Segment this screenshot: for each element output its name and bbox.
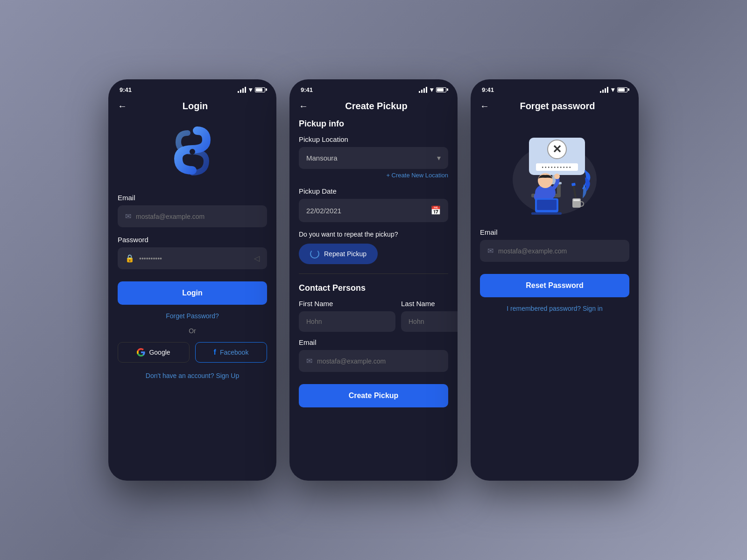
signal-icon: [419, 87, 427, 93]
signup-link[interactable]: Sign Up: [216, 372, 239, 379]
illustration: ✕ ••••••••••: [480, 124, 629, 217]
pickup-info-title: Pickup info: [299, 119, 448, 129]
signup-row: Don't have an account? Sign Up: [118, 372, 267, 379]
or-divider: Or: [118, 327, 267, 335]
fp-email-wrapper: ✉: [480, 240, 629, 262]
login-content: Email ✉ Password 🔒 ◁ Login Forget Passwo…: [108, 119, 276, 481]
status-bar: 9:41 ▾: [289, 79, 458, 97]
lock-icon: 🔒: [125, 254, 134, 263]
pickup-date-group: Pickup Date 22/02/2021 📅: [299, 187, 448, 222]
back-button[interactable]: ←: [118, 101, 127, 112]
header: ← Forget password: [471, 97, 639, 119]
status-icons: ▾: [419, 86, 446, 93]
google-button[interactable]: Google: [118, 342, 190, 363]
contact-email-label: Email: [299, 338, 448, 346]
logo-container: [118, 124, 267, 180]
remembered-text: I remembered password?: [507, 305, 581, 312]
facebook-button[interactable]: f Facebook: [195, 342, 267, 363]
facebook-label: Facebook: [220, 349, 248, 356]
first-name-label: First Name: [299, 300, 395, 308]
signin-row: I remembered password? Sign in: [480, 305, 629, 312]
time: 9:41: [120, 86, 132, 93]
email-label: Email: [118, 194, 267, 202]
create-location-link[interactable]: + Create New Location: [299, 172, 448, 179]
status-bar: 9:41 ▾: [108, 79, 276, 97]
last-name-group: Last Name: [401, 300, 458, 332]
signin-link[interactable]: Sign in: [583, 305, 603, 312]
svg-rect-16: [531, 212, 562, 215]
email-icon: ✉: [306, 357, 312, 365]
last-name-input-wrapper: [401, 311, 458, 332]
time: 9:41: [301, 86, 313, 93]
pickup-location-group: Pickup Location Mansoura ▾ + Create New …: [299, 135, 448, 179]
create-pickup-screen: 9:41 ▾ ← Create Pickup Pickup info Picku…: [289, 79, 458, 481]
pickup-content: Pickup info Pickup Location Mansoura ▾ +…: [289, 119, 458, 481]
svg-rect-20: [573, 199, 580, 201]
fp-email-input[interactable]: [498, 247, 622, 255]
google-label: Google: [149, 349, 170, 356]
email-input-wrapper: ✉: [118, 205, 267, 227]
calendar-icon: 📅: [430, 205, 441, 216]
forgot-password-link[interactable]: Forget Password?: [118, 312, 267, 320]
forget-password-illustration: ✕ ••••••••••: [503, 124, 606, 217]
login-screen: 9:41 ▾ ← Login: [108, 79, 276, 481]
first-name-input-wrapper: [299, 311, 395, 332]
back-button[interactable]: ←: [480, 101, 489, 112]
header: ← Login: [108, 97, 276, 119]
time: 9:41: [482, 86, 494, 93]
fp-email-group: Email ✉: [480, 228, 629, 262]
wifi-icon: ▾: [249, 86, 252, 93]
login-button[interactable]: Login: [118, 281, 267, 305]
pickup-location-value: Mansoura: [306, 154, 432, 162]
section-divider: [299, 273, 448, 274]
password-label: Password: [118, 236, 267, 244]
repeat-label: Repeat Pickup: [324, 250, 366, 258]
facebook-icon: f: [214, 348, 216, 357]
last-name-label: Last Name: [401, 300, 458, 308]
last-name-input[interactable]: [409, 318, 458, 325]
password-input-wrapper: 🔒 ◁: [118, 247, 267, 269]
back-button[interactable]: ←: [299, 101, 308, 112]
password-group: Password 🔒 ◁: [118, 236, 267, 269]
fp-email-label: Email: [480, 228, 629, 236]
wifi-icon: ▾: [611, 86, 614, 93]
reset-password-button[interactable]: Reset Password: [480, 274, 629, 297]
repeat-pickup-button[interactable]: Repeat Pickup: [299, 244, 378, 264]
eye-icon[interactable]: ◁: [254, 254, 260, 263]
forget-password-screen: 9:41 ▾ ← Forget password: [471, 79, 639, 481]
svg-point-13: [554, 174, 560, 179]
contact-email-input[interactable]: [317, 357, 441, 365]
pickup-date-value: 22/02/2021: [306, 207, 430, 215]
svg-rect-15: [537, 200, 557, 210]
app-logo: [169, 124, 216, 180]
email-input[interactable]: [136, 213, 260, 220]
repeat-icon: [310, 249, 319, 259]
social-buttons: Google f Facebook: [118, 342, 267, 363]
email-group: Email ✉: [118, 194, 267, 227]
contact-email-wrapper: ✉: [299, 350, 448, 372]
create-pickup-button[interactable]: Create Pickup: [299, 384, 448, 407]
forget-password-content: ✕ ••••••••••: [471, 119, 639, 481]
screen-title: Forget password: [495, 101, 620, 112]
pickup-location-select[interactable]: Mansoura ▾: [299, 147, 448, 169]
google-icon: [137, 348, 145, 357]
header: ← Create Pickup: [289, 97, 458, 119]
screen-title: Create Pickup: [314, 101, 439, 112]
contact-persons-title: Contact Persons: [299, 283, 448, 293]
pickup-date-input[interactable]: 22/02/2021 📅: [299, 199, 448, 222]
contact-email-group: Email ✉: [299, 338, 448, 372]
status-icons: ▾: [600, 86, 627, 93]
svg-text:••••••••••: ••••••••••: [542, 165, 572, 170]
battery-icon: [436, 87, 446, 92]
signal-icon: [600, 87, 608, 93]
signal-icon: [238, 87, 246, 93]
pickup-location-label: Pickup Location: [299, 135, 448, 143]
password-input[interactable]: [139, 255, 249, 262]
chevron-down-icon: ▾: [437, 154, 441, 162]
first-name-input[interactable]: [306, 318, 388, 325]
pickup-date-label: Pickup Date: [299, 187, 448, 195]
svg-text:✕: ✕: [552, 143, 562, 155]
email-icon: ✉: [487, 246, 493, 255]
first-name-group: First Name: [299, 300, 395, 332]
svg-rect-10: [557, 184, 561, 197]
